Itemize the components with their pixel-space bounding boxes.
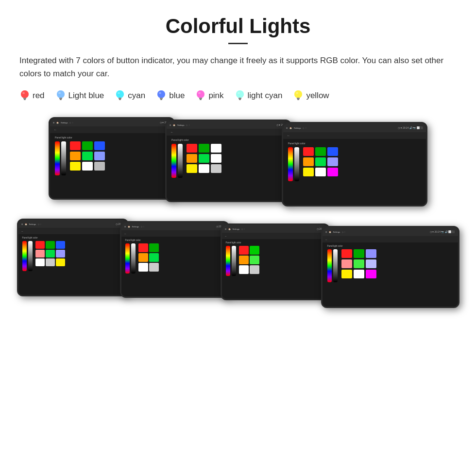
- svg-rect-33: [297, 99, 299, 100]
- svg-rect-23: [200, 99, 202, 100]
- screen-bottom-4: ⊞ 🏠 Settings ◇ ♢ ◷ ♥ 20:24 📷 🔊 ⬜ ⬛ ←: [321, 226, 459, 308]
- svg-point-14: [118, 92, 120, 94]
- svg-rect-3: [24, 99, 26, 100]
- svg-point-6: [57, 90, 65, 98]
- screen-bottom-2: ⊞ 🏠 Settings ◇ ♢ ◷ 20:24 ←: [120, 221, 229, 298]
- svg-point-4: [22, 92, 25, 94]
- screens-bottom-group: ⊞ 🏠 Settings ◇ ♢ ◷ 20:24 ←: [19, 219, 457, 308]
- color-label-yellow: yellow: [306, 91, 329, 101]
- svg-rect-32: [297, 98, 300, 99]
- color-item-red: red: [19, 89, 45, 103]
- svg-rect-8: [60, 99, 62, 100]
- panel-label-1: Panel light color: [55, 136, 169, 139]
- color-label-lightblue: Light blue: [68, 91, 104, 101]
- svg-point-29: [238, 92, 240, 94]
- svg-rect-22: [199, 98, 202, 99]
- svg-point-21: [197, 90, 204, 98]
- svg-rect-12: [119, 98, 121, 99]
- yellow-bulb-icon: [293, 89, 304, 103]
- color-item-lightcyan: light cyan: [235, 89, 283, 103]
- svg-point-24: [198, 92, 201, 94]
- svg-rect-28: [239, 99, 241, 100]
- screen-bottom-3: ⊞ 🏠 Settings ◇ ♢ ◷ 20:24 ←: [221, 223, 330, 300]
- title-section: Colorful Lights: [19, 15, 457, 44]
- panel-label-b4: Panel light color: [327, 245, 453, 247]
- svg-rect-17: [160, 98, 163, 99]
- svg-point-16: [157, 90, 165, 98]
- page-title: Colorful Lights: [19, 15, 457, 38]
- svg-point-34: [296, 92, 298, 94]
- screen-top-3: ⊞ 🏠 Settings ◇ ♢ ◷ ♥ 20:24 🔊 📷 ⬜ ⬛ ←: [282, 122, 427, 206]
- color-label-blue: blue: [169, 91, 185, 101]
- panel-label-b2: Panel light color: [125, 239, 224, 241]
- cyan-bulb-icon: [115, 89, 125, 103]
- color-label-lightcyan: light cyan: [248, 91, 283, 101]
- color-item-lightblue: Light blue: [55, 89, 104, 103]
- screen-bottom-1: ⊞ 🏠 Settings ◇ ♢ ◷ 20:24 ←: [17, 219, 129, 296]
- blue-bulb-icon: [156, 89, 167, 103]
- description-text: Integrated with 7 colors of button indic…: [19, 54, 457, 80]
- pink-bulb-icon: [195, 89, 206, 103]
- svg-point-9: [58, 92, 61, 94]
- color-label-cyan: cyan: [128, 91, 145, 101]
- panel-label-3: Panel light color: [288, 142, 421, 145]
- lightcyan-bulb-icon: [235, 89, 245, 103]
- lightblue-bulb-icon: [55, 89, 66, 103]
- svg-point-19: [159, 92, 161, 94]
- svg-point-31: [294, 90, 302, 98]
- svg-rect-27: [238, 98, 241, 99]
- color-item-cyan: cyan: [115, 89, 145, 103]
- color-label-pink: pink: [208, 91, 223, 101]
- svg-point-1: [21, 90, 29, 98]
- svg-point-11: [116, 90, 124, 98]
- page-container: Colorful Lights Integrated with 7 colors…: [0, 0, 476, 323]
- red-bulb-icon: [19, 89, 30, 103]
- svg-point-26: [236, 90, 244, 98]
- svg-rect-7: [59, 98, 62, 99]
- title-divider: [228, 43, 248, 44]
- color-item-pink: pink: [195, 89, 223, 103]
- color-indicators-row: red Light blue cyan: [19, 89, 457, 103]
- panel-label-b3: Panel light color: [226, 241, 324, 244]
- color-item-blue: blue: [156, 89, 185, 103]
- svg-rect-18: [160, 99, 162, 100]
- color-label-red: red: [33, 91, 45, 101]
- screen-top-2: ⊞ 🏠 Settings ◇ ♢ ◷ ♥ 20:24 ←: [165, 120, 291, 202]
- color-item-yellow: yellow: [293, 89, 329, 103]
- panel-label-b1: Panel light color: [22, 237, 123, 239]
- svg-rect-2: [23, 98, 26, 99]
- screens-top-group: ⊞ 🏠 Settings ◇ ♢ ◷ ♥ 20:24 ←: [19, 117, 457, 206]
- screen-top-1: ⊞ 🏠 Settings ◇ ♢ ◷ ♥ 20:24 ←: [49, 117, 175, 200]
- panel-label-2: Panel light color: [171, 138, 285, 141]
- svg-rect-13: [119, 99, 121, 100]
